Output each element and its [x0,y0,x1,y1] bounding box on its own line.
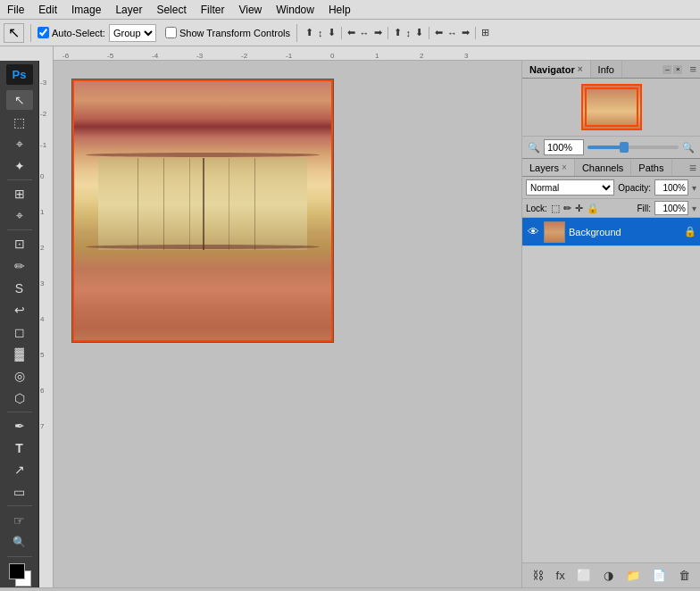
zoom-out-icon[interactable]: 🔍 [528,142,540,154]
eyedropper-btn[interactable]: ⌖ [6,206,33,227]
menu-select[interactable]: Select [149,2,193,18]
gradient-btn[interactable]: ▓ [6,344,33,364]
distribute-left[interactable]: ⬅ [433,26,445,39]
lock-transparent-icon[interactable]: ⬚ [551,203,560,214]
zoom-slider-thumb[interactable] [620,142,629,153]
distribute-bottom[interactable]: ⬇ [413,26,425,39]
align-top-edges[interactable]: ⬆ [304,26,315,39]
show-transform-label: Show Transform Controls [179,28,290,38]
align-left-edges[interactable]: ⬅ [346,26,357,39]
pen-tool-btn[interactable]: ✒ [6,416,33,437]
menu-image[interactable]: Image [64,2,108,18]
canvas-area[interactable]: -3 -2 -1 0 1 2 3 4 5 6 7 [39,61,521,587]
zoom-input[interactable] [544,139,584,155]
main-area: Ps ↖ ⬚ ⌖ ✦ ⊞ ⌖ ⊡ ✏ S ↩ ◻ ▓ ◎ ⬡ ✒ T ↗ ▭ ☞… [0,61,700,587]
fill-arrow[interactable]: ▾ [692,204,696,213]
opacity-arrow[interactable]: ▾ [692,183,696,193]
lock-position-icon[interactable]: ✛ [575,203,583,214]
layers-panel-menu[interactable]: ≡ [686,161,700,175]
foreground-color[interactable] [9,563,25,579]
toolbar-separator-5 [429,27,429,39]
align-horizontal-centers[interactable]: ↔ [358,27,371,39]
opacity-input[interactable] [654,179,688,196]
layer-background[interactable]: 👁 Background 🔒 [522,218,700,246]
distribute-horiz[interactable]: ↔ [446,27,459,39]
close-navigator-tab[interactable]: × [578,64,583,74]
history-btn[interactable]: ↩ [6,300,33,320]
layer-visibility-eye[interactable]: 👁 [526,225,540,238]
show-transform-checkbox[interactable] [165,27,177,38]
close-navigator[interactable]: × [673,65,682,74]
healing-btn[interactable]: ⊡ [6,234,33,254]
toolbar-separator-6 [475,27,476,39]
distribute-top[interactable]: ⬆ [392,26,404,39]
align-vertical-centers[interactable]: ↕ [316,27,325,39]
auto-select-checkbox[interactable] [38,27,49,38]
new-layer-btn[interactable]: 📄 [649,567,669,584]
menu-layer[interactable]: Layer [108,2,149,18]
zoom-tool-btn[interactable]: 🔍 [6,532,33,553]
delete-layer-btn[interactable]: 🗑 [676,567,693,584]
magic-wand-btn[interactable]: ✦ [6,155,33,176]
menu-file[interactable]: File [0,2,31,18]
close-layers-tab[interactable]: × [562,162,567,172]
zoom-slider-track[interactable] [588,146,679,149]
tab-channels[interactable]: Channels [575,159,631,176]
lock-all-icon[interactable]: 🔒 [587,203,599,214]
create-group-btn[interactable]: 📁 [623,567,643,584]
move-tool-btn[interactable]: ↖ [6,90,33,111]
menu-window[interactable]: Window [269,2,321,18]
tab-info[interactable]: Info [591,61,622,78]
toolbar-separator-1 [30,24,31,42]
add-style-btn[interactable]: fx [554,567,568,584]
tool-separator-4 [7,505,32,506]
tab-layers[interactable]: Layers × [522,159,575,176]
menu-view[interactable]: View [231,2,269,18]
image-canvas[interactable] [71,79,334,343]
align-bottom-edges[interactable]: ⬇ [326,26,338,39]
tool-separator-1 [7,179,32,180]
crop-tool-btn[interactable]: ⊞ [6,184,33,204]
move-tool-icon: ↖ [4,23,24,43]
distribute-right[interactable]: ➡ [460,26,471,39]
lock-image-pixels-icon[interactable]: ✏ [563,203,571,214]
fill-input[interactable] [654,201,688,215]
tab-navigator[interactable]: Navigator × [522,61,591,78]
menu-help[interactable]: Help [321,2,358,18]
eraser-btn[interactable]: ◻ [6,322,33,343]
navigator-options-btn[interactable]: ≡ [686,62,700,76]
lasso-tool-btn[interactable]: ⌖ [6,134,33,154]
marquee-tool-btn[interactable]: ⬚ [6,112,33,132]
distribute-vert[interactable]: ↕ [404,27,413,39]
stamp-btn[interactable]: S [6,278,33,298]
brush-btn[interactable]: ✏ [6,256,33,277]
type-tool-btn[interactable]: T [6,438,33,459]
hand-tool-btn[interactable]: ☞ [6,510,33,530]
menu-edit[interactable]: Edit [31,2,64,18]
shape-tool-btn[interactable]: ▭ [6,482,33,503]
path-selection-btn[interactable]: ↗ [6,460,33,480]
ruler-mark: -6 [62,52,69,60]
zoom-slider-fill [588,146,624,149]
align-right-edges[interactable]: ➡ [372,26,384,39]
menu-filter[interactable]: Filter [194,2,232,18]
ruler-mark: 3 [464,52,468,60]
blend-mode-dropdown[interactable]: Normal Multiply Screen [526,179,614,196]
color-swatches[interactable] [6,563,33,587]
auto-align[interactable]: ⊞ [479,26,491,39]
navigator-panel-tabs: Navigator × Info – × ≡ [522,61,700,79]
auto-select-dropdown[interactable]: Group Layer [109,24,156,42]
layers-list: 👁 Background 🔒 [522,218,700,562]
ruler-corner [0,46,54,61]
tool-separator-3 [7,412,32,412]
link-layers-btn[interactable]: ⛓ [529,567,546,584]
add-mask-btn[interactable]: ⬜ [574,567,594,584]
menu-bar: File Edit Image Layer Select Filter View… [0,0,700,20]
dodge-btn[interactable]: ⬡ [6,387,33,408]
minimize-navigator[interactable]: – [662,65,671,74]
blur-btn[interactable]: ◎ [6,366,33,387]
zoom-in-icon[interactable]: 🔍 [682,142,695,154]
tab-paths[interactable]: Paths [631,159,671,176]
create-fill-btn[interactable]: ◑ [601,567,616,584]
tool-separator-5 [7,556,32,557]
